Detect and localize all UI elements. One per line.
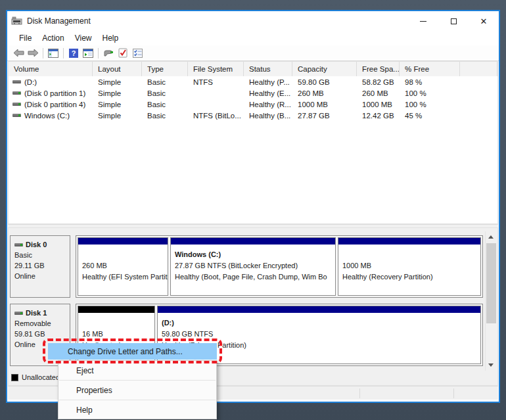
vertical-scrollbar[interactable]: [485, 231, 496, 371]
col-header-percent-free[interactable]: % Free: [400, 62, 460, 76]
forward-arrow-icon[interactable]: [26, 47, 40, 60]
partition-recovery[interactable]: 1000 MB Healthy (Recovery Partition): [338, 237, 481, 296]
legend-unallocated: Unallocated: [11, 373, 60, 381]
menu-item-change-drive-letter[interactable]: Change Drive Letter and Paths...: [48, 343, 217, 360]
toolbar-separator: [63, 48, 64, 58]
menu-bar: File Action View Help: [7, 31, 499, 45]
volume-icon: [12, 91, 21, 95]
close-button[interactable]: ✕: [469, 11, 499, 31]
menu-item-help[interactable]: Help: [58, 400, 216, 419]
chevron-down-icon: [488, 363, 494, 367]
popup-tool-icon[interactable]: [101, 47, 116, 60]
toolbar-separator: [43, 48, 43, 58]
legend-label: Unallocated: [22, 373, 60, 381]
help-icon[interactable]: ?: [66, 47, 81, 60]
col-header-free-space[interactable]: Free Spa...: [357, 62, 400, 76]
toolbar-separator: [98, 48, 99, 58]
menu-action[interactable]: Action: [37, 32, 69, 44]
col-header-capacity[interactable]: Capacity: [292, 62, 357, 76]
checklist-icon[interactable]: [130, 47, 145, 60]
volume-icon: [12, 114, 21, 117]
disk-icon: [14, 243, 23, 246]
partition-color-band: [338, 238, 480, 245]
maximize-button[interactable]: [438, 11, 469, 31]
back-arrow-icon[interactable]: [11, 47, 26, 60]
partition-color-band: [78, 238, 168, 245]
disk-icon: [14, 312, 23, 315]
scroll-up-button[interactable]: [486, 231, 496, 243]
disk-drive-icon: [11, 16, 23, 26]
col-header-status[interactable]: Status: [244, 62, 292, 76]
disk-0-header[interactable]: Disk 0 Basic 29.11 GB Online: [10, 235, 70, 298]
status-bar-separator: [453, 388, 454, 398]
console-tree-icon[interactable]: [46, 47, 60, 60]
maximize-icon: [451, 18, 457, 24]
partition-windows-c[interactable]: Windows (C:) 27.87 GB NTFS (BitLocker En…: [170, 237, 336, 296]
scroll-down-button[interactable]: [486, 360, 496, 371]
partition-color-band: [171, 238, 335, 245]
col-header-layout[interactable]: Layout: [93, 62, 142, 76]
toolbar: ?: [7, 45, 499, 61]
table-row[interactable]: (Disk 0 partition 1) Simple Basic Health…: [9, 87, 497, 99]
volume-icon: [12, 80, 21, 83]
action-pane-icon[interactable]: [81, 47, 95, 60]
col-header-empty: [460, 62, 497, 76]
menu-view[interactable]: View: [70, 32, 97, 44]
col-header-type[interactable]: Type: [142, 62, 188, 76]
volume-list-pane: Volume Layout Type File System Status Ca…: [8, 61, 498, 224]
col-header-file-system[interactable]: File System: [188, 62, 244, 76]
volume-table-header: Volume Layout Type File System Status Ca…: [9, 62, 497, 76]
partition-color-band: [78, 306, 154, 313]
status-bar-separator: [359, 388, 360, 398]
window-title: Disk Management: [27, 16, 91, 26]
table-row[interactable]: (Disk 0 partition 4) Simple Basic Health…: [9, 99, 497, 110]
minimize-icon: [420, 21, 426, 22]
close-icon: ✕: [480, 17, 488, 26]
disk-0-partitions: 260 MB Healthy (EFI System Partition) Wi…: [76, 235, 483, 298]
partition-color-band: [158, 306, 480, 313]
table-row[interactable]: (D:) Simple Basic NTFS Healthy (P... 59.…: [9, 76, 497, 87]
col-header-volume[interactable]: Volume: [9, 62, 93, 76]
partition-efi[interactable]: 260 MB Healthy (EFI System Partition): [78, 237, 168, 296]
disk-0-row: Disk 0 Basic 29.11 GB Online 260 MB Heal…: [10, 235, 483, 298]
volume-icon: [12, 103, 21, 106]
context-menu: Eject Properties Help: [58, 360, 217, 419]
properties-check-icon[interactable]: [116, 47, 130, 60]
minimize-button[interactable]: [408, 11, 438, 31]
menu-help[interactable]: Help: [97, 32, 124, 44]
chevron-up-icon: [488, 235, 494, 239]
menu-item-eject[interactable]: Eject: [58, 361, 216, 380]
title-bar: Disk Management ✕: [7, 11, 499, 31]
menu-file[interactable]: File: [14, 32, 37, 44]
scrollbar-thumb[interactable]: [486, 243, 496, 323]
unallocated-swatch: [11, 374, 18, 381]
menu-item-properties[interactable]: Properties: [58, 381, 216, 400]
table-row[interactable]: Windows (C:) Simple Basic NTFS (BitLo...…: [9, 110, 497, 121]
